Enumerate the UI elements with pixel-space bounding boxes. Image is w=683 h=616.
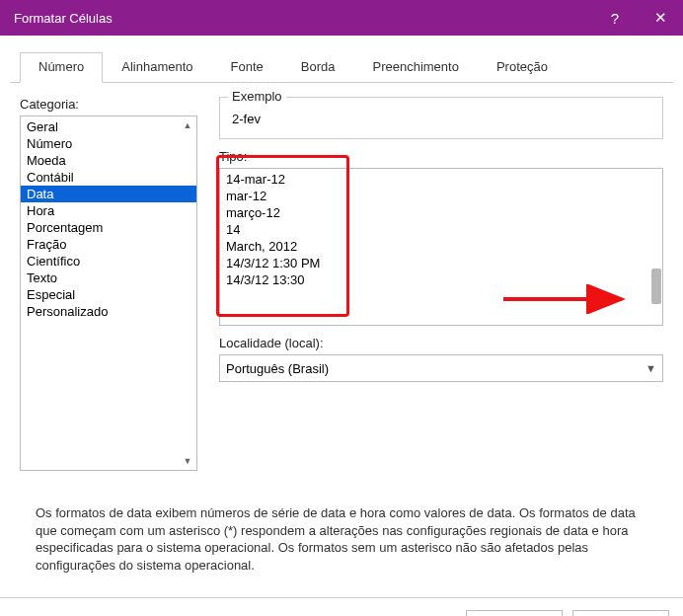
dialog-content: NúmeroAlinhamentoFonteBordaPreenchimento… xyxy=(0,36,683,583)
category-item[interactable]: Científico xyxy=(21,253,196,270)
window-title: Formatar Células xyxy=(14,11,592,26)
type-label: Tipo: xyxy=(219,149,663,164)
tab-proteção[interactable]: Proteção xyxy=(478,52,567,83)
tab-bar: NúmeroAlinhamentoFonteBordaPreenchimento… xyxy=(10,51,673,83)
tab-número[interactable]: Número xyxy=(20,52,103,83)
tab-alinhamento[interactable]: Alinhamento xyxy=(103,52,211,83)
tab-preenchimento[interactable]: Preenchimento xyxy=(353,52,477,83)
category-label: Categoria: xyxy=(20,97,197,112)
category-item[interactable]: Contábil xyxy=(21,169,196,186)
dialog-footer: OK Cancelar xyxy=(0,597,683,616)
category-item[interactable]: Porcentagem xyxy=(21,219,196,236)
ok-button[interactable]: OK xyxy=(466,610,563,616)
category-item[interactable]: Número xyxy=(21,135,196,152)
close-button[interactable]: ✕ xyxy=(638,0,683,36)
type-item[interactable]: março-12 xyxy=(226,204,662,221)
category-item[interactable]: Moeda xyxy=(21,152,196,169)
category-item[interactable]: Geral xyxy=(21,118,196,135)
category-item[interactable]: Fração xyxy=(21,236,196,253)
scrollbar[interactable]: ▲ ▼ xyxy=(180,117,195,469)
category-item[interactable]: Data xyxy=(21,186,196,202)
locale-label: Localidade (local): xyxy=(219,336,663,350)
type-item[interactable]: mar-12 xyxy=(226,188,662,204)
type-item[interactable]: March, 2012 xyxy=(226,238,662,255)
type-listbox[interactable]: 14-mar-12mar-12março-1214March, 201214/3… xyxy=(219,168,663,326)
description-text: Os formatos de data exibem números de sé… xyxy=(20,504,663,574)
help-button[interactable]: ? xyxy=(592,0,638,36)
type-scrollbar[interactable] xyxy=(647,170,661,324)
locale-select[interactable]: Português (Brasil) ▼ xyxy=(219,354,663,382)
scroll-up-icon[interactable]: ▲ xyxy=(180,117,195,133)
category-item[interactable]: Personalizado xyxy=(21,303,196,320)
titlebar: Formatar Células ? ✕ xyxy=(0,0,683,36)
example-value: 2-fev xyxy=(230,106,652,128)
example-legend: Exemplo xyxy=(228,89,286,104)
type-item[interactable]: 14 xyxy=(226,221,662,238)
example-group: Exemplo 2-fev xyxy=(219,97,663,139)
scroll-down-icon[interactable]: ▼ xyxy=(180,453,195,469)
type-item[interactable]: 14/3/12 13:30 xyxy=(226,271,662,288)
category-listbox[interactable]: GeralNúmeroMoedaContábilDataHoraPorcenta… xyxy=(20,116,197,471)
category-item[interactable]: Texto xyxy=(21,270,196,286)
type-item[interactable]: 14-mar-12 xyxy=(226,171,662,188)
tab-fonte[interactable]: Fonte xyxy=(212,52,282,83)
category-item[interactable]: Especial xyxy=(21,286,196,303)
tab-borda[interactable]: Borda xyxy=(282,52,354,83)
type-item[interactable]: 14/3/12 1:30 PM xyxy=(226,255,662,271)
category-item[interactable]: Hora xyxy=(21,202,196,219)
scroll-thumb[interactable] xyxy=(651,269,661,304)
cancel-button[interactable]: Cancelar xyxy=(572,610,669,616)
chevron-down-icon: ▼ xyxy=(645,362,656,374)
locale-value: Português (Brasil) xyxy=(226,361,329,376)
